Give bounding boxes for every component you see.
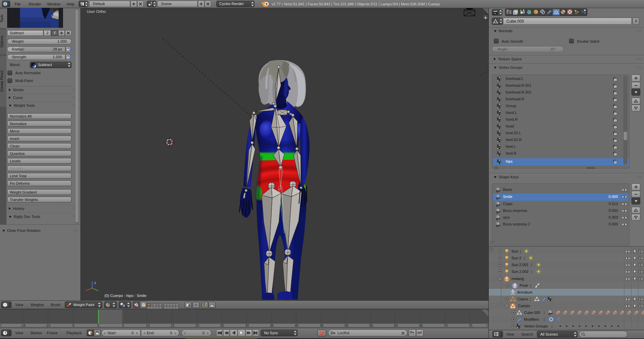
svg-text:60: 60 [394, 324, 398, 327]
svg-text:40: 40 [295, 324, 299, 327]
svg-text:z: z [94, 281, 96, 285]
svg-text:5: 5 [122, 324, 124, 327]
svg-text:50: 50 [344, 324, 348, 327]
svg-text:-10: -10 [45, 324, 51, 327]
svg-text:30: 30 [245, 324, 249, 327]
svg-text:15: 15 [170, 324, 175, 327]
svg-text:(0) Cuerpo : hips : Smile: (0) Cuerpo : hips : Smile [104, 294, 146, 298]
svg-text:35: 35 [270, 324, 274, 327]
svg-text:User Ortho: User Ortho [87, 9, 106, 14]
svg-text:-15: -15 [21, 324, 26, 327]
svg-text:70: 70 [444, 324, 448, 327]
svg-text:65: 65 [419, 324, 423, 327]
svg-text:-5: -5 [72, 324, 75, 327]
svg-text:45: 45 [320, 324, 324, 327]
svg-text:25: 25 [220, 324, 224, 327]
svg-text:i: i [5, 2, 6, 6]
svg-text:75: 75 [468, 324, 472, 327]
svg-text:0: 0 [97, 324, 99, 327]
svg-text:55: 55 [369, 324, 373, 327]
svg-text:20: 20 [195, 324, 199, 327]
svg-text:10: 10 [146, 324, 150, 327]
